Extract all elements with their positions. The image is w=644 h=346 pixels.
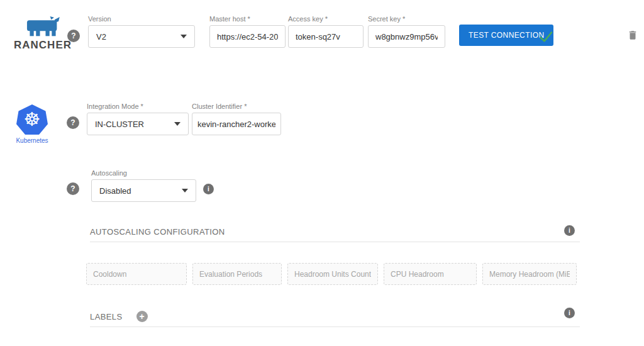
labels-section-header: LABELS + [90,311,148,322]
rancher-logo-text: RANCHER [14,39,72,52]
autoscaling-configuration-heading: AUTOSCALING CONFIGURATION [90,227,225,237]
autoscaling-field: Autoscaling Disabled [91,169,196,202]
version-value: V2 [96,32,106,42]
delete-integration-button[interactable] [627,28,638,45]
autoscaling-configuration-info-icon[interactable]: i [564,225,575,236]
access-key-label: Access key * [288,15,364,23]
integration-mode-field: Integration Mode * IN-CLUSTER [87,103,189,135]
cluster-identifier-label: Cluster Identifier * [192,103,281,110]
kubernetes-wheel-icon: ☸ [24,110,41,129]
secret-key-input[interactable] [368,25,445,48]
autoscaling-value: Disabled [99,186,131,196]
secret-key-field: Secret key * [368,15,445,48]
chevron-down-icon [182,189,188,193]
cluster-identifier-input[interactable] [192,113,281,135]
evaluation-periods-input [192,263,282,285]
integration-mode-value: IN-CLUSTER [95,120,144,129]
add-label-button[interactable]: + [136,311,148,322]
connection-success-check-icon [538,29,553,44]
master-host-input[interactable] [209,25,286,48]
access-key-input[interactable] [288,25,364,48]
version-field: Version V2 [88,15,195,48]
section-divider [90,326,580,327]
section-divider [90,242,580,242]
headroom-units-count-input [287,263,378,285]
rancher-help-icon[interactable]: ? [67,30,80,42]
memory-headroom-input [482,263,577,285]
labels-heading: LABELS [90,312,123,321]
cpu-headroom-input [384,263,477,285]
trash-icon [627,28,638,43]
version-label: Version [88,15,195,23]
kubernetes-help-icon[interactable]: ? [67,116,79,129]
integration-mode-label: Integration Mode * [87,103,189,110]
kubernetes-heptagon-icon: ☸ [16,104,48,135]
autoscaling-select[interactable]: Disabled [91,179,196,202]
autoscaling-label: Autoscaling [91,169,196,177]
autoscaling-help-icon[interactable]: ? [67,182,79,195]
rancher-logo: RANCHER [9,16,77,52]
cluster-identifier-field: Cluster Identifier * [192,103,281,135]
chevron-down-icon [174,122,180,126]
autoscaling-config-fields-row [86,263,577,285]
rancher-bull-icon [25,16,61,38]
master-host-field: Master host * [209,15,286,48]
cooldown-input [86,263,187,285]
integration-mode-select[interactable]: IN-CLUSTER [87,113,189,135]
chevron-down-icon [180,35,187,38]
autoscaling-info-icon[interactable]: i [203,184,214,194]
kubernetes-logo-text: Kubernetes [16,137,48,144]
integration-settings-panel: RANCHER ? Version V2 Master host * Acces… [0,0,644,346]
version-select[interactable]: V2 [88,25,195,48]
master-host-label: Master host * [209,15,286,23]
labels-info-icon[interactable]: i [564,308,575,318]
kubernetes-logo: ☸ Kubernetes [13,104,51,144]
secret-key-label: Secret key * [368,15,445,23]
access-key-field: Access key * [288,15,364,48]
